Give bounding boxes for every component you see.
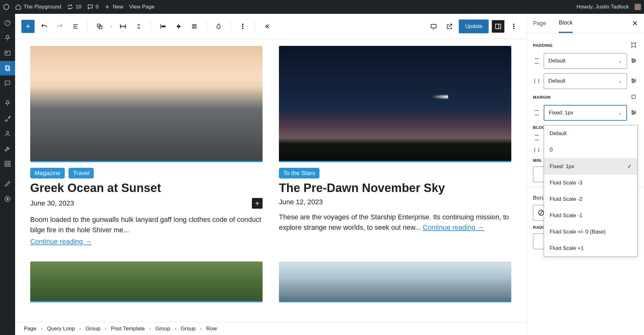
rail-pin[interactable]	[0, 31, 15, 45]
post-image[interactable]	[30, 261, 263, 302]
wp-logo[interactable]	[3, 4, 9, 10]
category-tag[interactable]: To the Stars	[279, 168, 319, 178]
sliders-icon[interactable]	[630, 109, 638, 117]
dropdown-option[interactable]: Fluid Scale +/- 0 (Base)	[544, 224, 637, 240]
avatar[interactable]	[635, 4, 641, 10]
padding-vertical-select[interactable]: Default⌄	[544, 53, 627, 69]
updates-link[interactable]: 10	[67, 4, 81, 10]
svg-point-6	[6, 131, 8, 134]
post-excerpt[interactable]: Boom loaded to the gunwalls hulk lanyard…	[30, 214, 263, 235]
undo-button[interactable]	[38, 20, 50, 33]
dropdown-option[interactable]: Fluid Scale +1	[544, 240, 637, 256]
rail-pencil[interactable]	[0, 177, 15, 191]
margin-vertical-select[interactable]: Fixed: 1px⌄	[544, 105, 627, 121]
editor-canvas[interactable]: MagazineTravelGreek Ocean at SunsetJune …	[15, 39, 526, 322]
post-image[interactable]	[279, 46, 511, 162]
post-image[interactable]	[279, 261, 511, 302]
document-overview[interactable]	[69, 20, 82, 33]
padding-horizontal-select[interactable]: Default⌄	[544, 73, 627, 89]
svg-rect-9	[5, 164, 7, 166]
comment-icon	[87, 4, 93, 10]
rail-pages[interactable]	[0, 61, 15, 75]
sliders-icon[interactable]	[630, 57, 638, 65]
breadcrumb-item[interactable]: Group	[86, 326, 100, 332]
rail-play[interactable]	[0, 192, 15, 206]
category-tag[interactable]: Magazine	[30, 168, 65, 178]
comments-link[interactable]: 0	[87, 4, 98, 10]
external-link-icon[interactable]	[443, 20, 456, 33]
options-menu[interactable]	[508, 20, 520, 33]
svg-rect-10	[8, 164, 10, 166]
breadcrumb-item[interactable]: Page	[24, 326, 36, 332]
category-tag[interactable]: Travel	[69, 168, 94, 178]
rail-tools[interactable]	[0, 141, 15, 156]
breadcrumb-sep: ›	[79, 326, 81, 332]
dropdown-option[interactable]: Fluid Scale -1	[544, 207, 637, 224]
post-excerpt[interactable]: These are the voyages of the Starship En…	[279, 212, 511, 233]
read-more-link[interactable]: Continue reading →	[423, 223, 484, 231]
dropdown-option[interactable]: Fluid Scale -3	[544, 175, 637, 191]
svg-point-21	[514, 28, 514, 29]
howdy-link[interactable]: Howdy, Justin Tadlock	[576, 4, 629, 10]
rail-appearance[interactable]	[0, 111, 15, 126]
copy-icon[interactable]	[93, 20, 106, 33]
align-center-icon[interactable]	[172, 20, 185, 33]
view-page-link[interactable]: View Page	[129, 4, 154, 10]
stretch-icon[interactable]	[117, 20, 129, 33]
add-block-button[interactable]: +	[252, 198, 263, 209]
svg-rect-7	[5, 161, 7, 163]
site-link[interactable]: The Playground	[15, 4, 61, 10]
svg-rect-2	[5, 51, 10, 55]
update-button[interactable]: Update	[459, 19, 489, 33]
post-date: June 30, 2023	[30, 199, 74, 207]
editor-toolbar: + · Update	[15, 14, 526, 39]
more-vert-icon[interactable]	[236, 20, 249, 33]
rail-pin2[interactable]	[0, 96, 15, 111]
dropdown-option[interactable]: 0	[544, 142, 637, 158]
post-image[interactable]	[30, 46, 263, 162]
block-inserter[interactable]: +	[21, 20, 35, 33]
align-left-icon[interactable]	[157, 20, 169, 33]
svg-point-25	[632, 61, 634, 63]
read-more-link[interactable]: Continue reading →	[30, 238, 263, 246]
device-preview[interactable]	[427, 20, 440, 33]
rail-dashboard[interactable]	[0, 16, 15, 30]
margin-label: MARGIN	[533, 95, 551, 100]
redo-button[interactable]	[53, 20, 66, 33]
move-vert-icon[interactable]	[132, 20, 145, 33]
box-icon[interactable]	[630, 93, 638, 101]
padding-label: PADDING	[533, 43, 552, 48]
svg-point-28	[632, 81, 634, 83]
justify-icon[interactable]	[188, 20, 201, 33]
vertical-sides-icon	[533, 58, 541, 64]
collapse-icon[interactable]	[261, 20, 273, 33]
rail-media[interactable]	[0, 46, 15, 60]
tab-page[interactable]: Page	[533, 14, 546, 33]
breadcrumb-item[interactable]: Group	[155, 326, 170, 332]
post-title[interactable]: Greek Ocean at Sunset	[30, 182, 263, 195]
close-icon[interactable]: ✕	[632, 19, 638, 28]
svg-rect-8	[8, 161, 10, 163]
breadcrumb-item[interactable]: Row	[206, 326, 217, 332]
dropdown-option[interactable]: Fluid Scale -2	[544, 191, 637, 207]
rail-users[interactable]	[0, 126, 15, 141]
post-title[interactable]: The Pre-Dawn November Sky	[279, 182, 511, 195]
rail-comments[interactable]	[0, 76, 15, 91]
breadcrumb-item[interactable]: Group	[181, 326, 196, 332]
breadcrumb-item[interactable]: Query Loop	[47, 326, 75, 332]
new-link[interactable]: New	[104, 4, 123, 10]
tab-block[interactable]: Block	[559, 14, 573, 33]
dot-sep: ·	[109, 23, 114, 30]
settings-panel-toggle[interactable]	[492, 20, 504, 33]
sliders-icon[interactable]	[630, 77, 638, 85]
breadcrumb-item[interactable]: Post Template	[111, 326, 145, 332]
updates-count: 10	[75, 4, 81, 10]
dropdown-option[interactable]: Fixed: 1px✓	[544, 158, 637, 175]
ink-drop-icon[interactable]	[212, 20, 225, 33]
block-breadcrumb: Page›Query Loop›Group›Post Template›Grou…	[15, 322, 526, 335]
unlink-sides-icon[interactable]	[630, 41, 638, 49]
dropdown-option[interactable]: Default	[544, 125, 637, 142]
breadcrumb-sep: ›	[105, 326, 107, 332]
rail-settings[interactable]	[0, 157, 15, 171]
svg-rect-17	[431, 24, 436, 28]
